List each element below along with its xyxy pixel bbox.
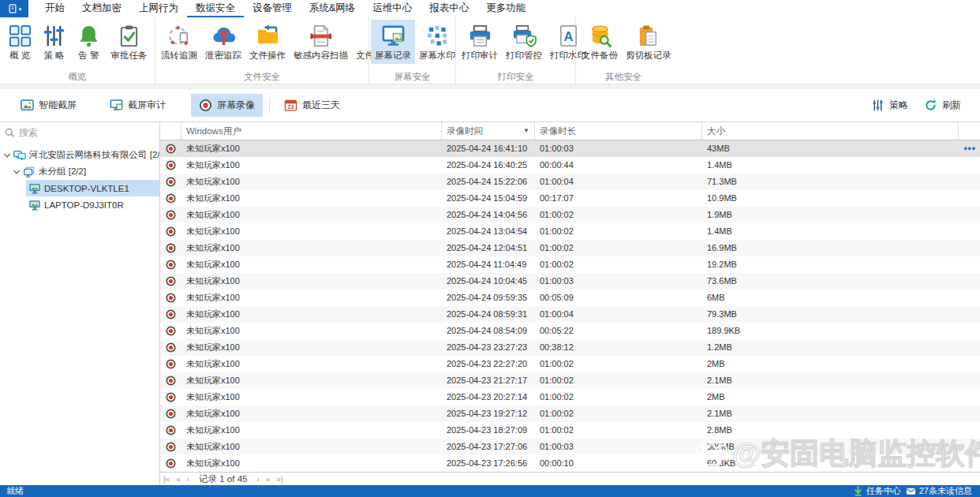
table-row[interactable]: 未知玩家x100 2025-04-23 23:27:23 00:38:12 1.… bbox=[160, 339, 980, 356]
tree-node-desktop-vlktle1[interactable]: DESKTOP-VLKTLE1 bbox=[0, 180, 159, 196]
menu-tab[interactable]: 设备管理 bbox=[244, 0, 301, 17]
ribbon-item-circulation-trace[interactable]: 流转追溯 bbox=[157, 20, 201, 64]
refresh-icon bbox=[924, 99, 937, 112]
record-dot-icon bbox=[166, 243, 176, 253]
ribbon-item-label: 屏幕水印 bbox=[419, 50, 455, 62]
windows-user-cell: 未知玩家x100 bbox=[181, 140, 442, 157]
smart-capture-button[interactable]: 智能截屏 bbox=[13, 94, 84, 117]
record-cell bbox=[160, 323, 181, 339]
table-row[interactable]: 未知玩家x100 2025-04-24 16:41:10 01:00:03 43… bbox=[160, 140, 980, 157]
menu-tab[interactable]: 运维中心 bbox=[364, 0, 421, 17]
duration-cell: 00:05:09 bbox=[535, 290, 702, 306]
last-three-days-button[interactable]: 23 最近三天 bbox=[276, 94, 348, 117]
table-row[interactable]: 未知玩家x100 2025-04-24 08:59:31 01:00:04 79… bbox=[160, 306, 980, 323]
refresh-button[interactable]: 刷新 bbox=[916, 94, 969, 117]
menu-tab[interactable]: 开始 bbox=[36, 0, 73, 17]
menu-tab[interactable]: 文档加密 bbox=[73, 0, 130, 17]
menu-tab[interactable]: 报表中心 bbox=[421, 0, 477, 17]
duration-cell: 00:00:44 bbox=[535, 157, 702, 174]
toolbar-separator bbox=[269, 98, 270, 114]
table-row[interactable]: 未知玩家x100 2025-04-23 19:27:12 01:00:02 2.… bbox=[160, 405, 980, 422]
fast-prev-button[interactable]: « bbox=[173, 475, 184, 484]
leak-tracking-cloud-icon bbox=[211, 24, 236, 48]
capture-audit-button[interactable]: 截屏审计 bbox=[102, 94, 174, 117]
size-cell: 1.4MB bbox=[702, 223, 959, 240]
record-time-cell: 2025-04-23 18:27:09 bbox=[442, 422, 535, 439]
table-row[interactable]: 未知玩家x100 2025-04-23 20:27:14 01:00:02 2M… bbox=[160, 389, 980, 405]
ribbon-item-file-backup[interactable]: 文件备份 bbox=[578, 20, 622, 64]
table-row[interactable]: 未知玩家x100 2025-04-24 13:04:54 01:00:02 1.… bbox=[160, 223, 980, 240]
ribbon-item-policy[interactable]: 策 略 bbox=[38, 20, 70, 64]
record-cell bbox=[160, 356, 181, 372]
table-row[interactable]: 未知玩家x100 2025-04-24 08:54:09 00:05:22 18… bbox=[160, 323, 980, 339]
app-journal-icon bbox=[7, 3, 18, 14]
record-cell bbox=[160, 223, 181, 240]
duration-cell: 00:17:07 bbox=[535, 190, 702, 207]
chevron-down-icon[interactable] bbox=[3, 151, 11, 159]
menu-tab[interactable]: 系统&网络 bbox=[301, 0, 364, 17]
table-row[interactable]: 未知玩家x100 2025-04-24 11:04:49 01:00:02 19… bbox=[160, 256, 980, 273]
spacer-column-header bbox=[959, 122, 980, 140]
table-row[interactable]: 未知玩家x100 2025-04-24 15:22:06 01:00:04 71… bbox=[160, 174, 980, 190]
ribbon-group-other-security: 文件备份 剪切板记录 其他安全 bbox=[576, 17, 671, 84]
task-center-button[interactable]: 任务中心 bbox=[853, 485, 901, 497]
table-row[interactable]: 未知玩家x100 2025-04-24 09:59:35 00:05:09 6M… bbox=[160, 290, 980, 306]
record-time-cell: 2025-04-24 13:04:54 bbox=[442, 223, 535, 240]
table-row[interactable]: 未知玩家x100 2025-04-23 17:27:06 01:00:03 30… bbox=[160, 439, 980, 455]
table-row[interactable]: 未知玩家x100 2025-04-23 21:27:17 01:00:02 2.… bbox=[160, 372, 980, 389]
duration-cell: 01:00:02 bbox=[535, 223, 702, 240]
size-cell: 1.9MB bbox=[702, 207, 959, 223]
ribbon-item-print-control[interactable]: 打印管控 bbox=[502, 20, 546, 64]
tree-node-laptop-d9j3it0r[interactable]: LAPTOP-D9J3IT0R bbox=[0, 196, 159, 213]
duration-column-header[interactable]: 录像时长 bbox=[535, 122, 702, 140]
chevron-down-icon[interactable] bbox=[13, 168, 21, 176]
record-time-cell: 2025-04-24 11:04:49 bbox=[442, 256, 535, 273]
first-page-button[interactable]: |« bbox=[160, 475, 173, 484]
ribbon-item-clipboard-record[interactable]: 剪切板记录 bbox=[622, 20, 675, 64]
size-cell: 2MB bbox=[702, 389, 959, 405]
ribbon-item-sensitive-scan[interactable]: 敏感内容扫描 bbox=[290, 20, 352, 64]
size-cell: 2.1MB bbox=[702, 372, 959, 389]
table-row[interactable]: 未知玩家x100 2025-04-24 16:40:25 00:00:44 1.… bbox=[160, 157, 980, 174]
table-row[interactable]: 未知玩家x100 2025-04-24 14:04:56 01:00:02 1.… bbox=[160, 207, 980, 223]
ribbon-item-alert[interactable]: 告 警 bbox=[73, 20, 105, 64]
last-page-button[interactable]: »| bbox=[273, 475, 286, 484]
windows-user-column-header[interactable]: Windows用户 bbox=[181, 122, 442, 140]
menu-tab[interactable]: 更多功能 bbox=[477, 0, 534, 17]
table-row[interactable]: 未知玩家x100 2025-04-23 18:27:09 01:00:02 2.… bbox=[160, 422, 980, 439]
screen-recording-button[interactable]: 屏幕录像 bbox=[191, 94, 263, 117]
menu-tab[interactable]: 数据安全 bbox=[187, 0, 244, 17]
next-page-button[interactable]: › bbox=[253, 475, 262, 484]
tree-node-ungrouped[interactable]: 未分组 [2/2] bbox=[0, 163, 159, 180]
ribbon-item-screen-record[interactable]: 屏幕记录 bbox=[371, 20, 415, 64]
policy-sliders-icon bbox=[42, 24, 66, 48]
ribbon-item-overview[interactable]: 概 览 bbox=[4, 20, 36, 64]
ribbon-group-label: 屏幕安全 bbox=[369, 71, 455, 83]
search-input[interactable] bbox=[19, 127, 145, 138]
computer-monitor-icon bbox=[28, 199, 41, 211]
tree-node-company[interactable]: 河北安固云网络科技有限公司 [2/2] bbox=[0, 147, 159, 163]
size-cell: 16.9MB bbox=[702, 240, 959, 256]
prev-page-button[interactable]: ‹ bbox=[184, 475, 193, 484]
record-type-column-header[interactable] bbox=[160, 122, 181, 140]
ribbon-item-leak-tracking[interactable]: 泄密追踪 bbox=[201, 20, 245, 64]
ribbon-item-approval-tasks[interactable]: 审批任务 bbox=[107, 20, 151, 64]
table-row[interactable]: 未知玩家x100 2025-04-24 15:04:59 00:17:07 10… bbox=[160, 190, 980, 207]
policy-button[interactable]: 策略 bbox=[863, 94, 916, 117]
app-menu-button[interactable]: ▾ bbox=[0, 0, 28, 17]
fast-next-button[interactable]: » bbox=[263, 475, 274, 484]
table-row[interactable]: 未知玩家x100 2025-04-24 10:04:45 01:00:03 73… bbox=[160, 273, 980, 290]
recordings-table: Windows用户 录像时间▼ 录像时长 大小 未知玩家x100 2025-04… bbox=[160, 122, 980, 485]
ribbon-item-file-operation[interactable]: 文件操作 bbox=[245, 20, 290, 64]
size-column-header[interactable]: 大小 bbox=[702, 122, 959, 140]
record-time-column-header[interactable]: 录像时间▼ bbox=[442, 122, 535, 140]
menu-tab[interactable]: 上网行为 bbox=[130, 0, 187, 17]
windows-user-cell: 未知玩家x100 bbox=[181, 339, 442, 356]
unread-messages-button[interactable]: 27条未读信息 bbox=[906, 485, 972, 497]
ribbon-item-screen-watermark[interactable]: 屏幕水印 bbox=[415, 20, 459, 64]
table-row[interactable]: 未知玩家x100 2025-04-23 22:27:20 01:00:02 2M… bbox=[160, 356, 980, 372]
ribbon-item-print-audit[interactable]: 打印审计 bbox=[458, 20, 502, 64]
table-row[interactable]: 未知玩家x100 2025-04-24 12:04:51 01:00:02 16… bbox=[160, 240, 980, 256]
table-row[interactable]: 未知玩家x100 2025-04-23 17:26:56 00:00:10 60… bbox=[160, 455, 980, 472]
row-actions-button[interactable]: ••• bbox=[963, 140, 976, 157]
